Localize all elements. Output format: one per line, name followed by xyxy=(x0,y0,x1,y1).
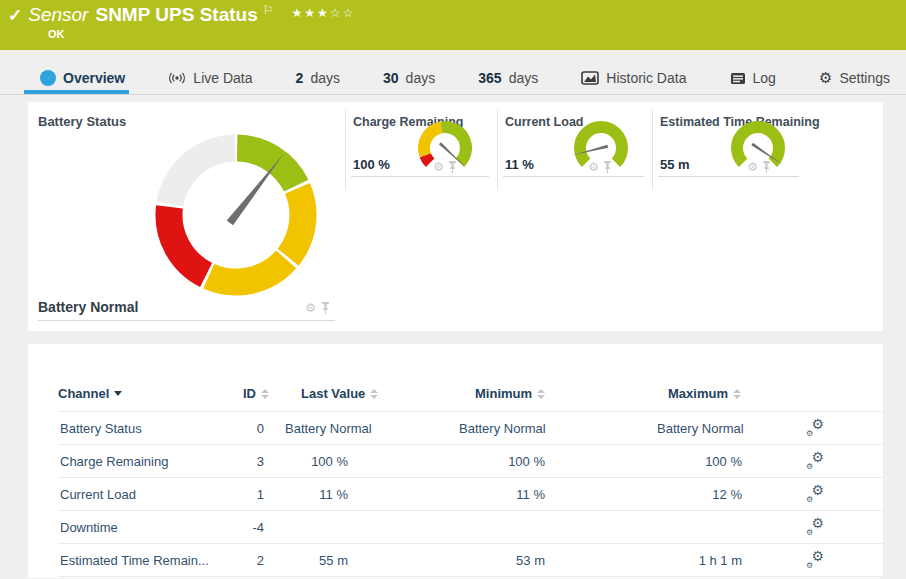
row-icon-cell: ⚙⚙ xyxy=(790,552,883,568)
row-icon-cell: ⚙⚙ xyxy=(790,420,883,436)
gear-icon[interactable]: ⚙ xyxy=(747,161,758,173)
tab-bar: Overview Live Data 2 days 30 days 365 da… xyxy=(0,62,906,95)
settings-gear-icon: ⚙ xyxy=(819,69,832,87)
sensor-name: SNMP UPS Status xyxy=(95,4,257,26)
pin-icon[interactable] xyxy=(603,161,612,173)
maximum-cell: 100 % xyxy=(657,454,790,469)
channel-settings-icon[interactable]: ⚙⚙ xyxy=(806,420,824,436)
tab-overview[interactable]: Overview xyxy=(40,62,125,94)
table-header-row: Channel ID Last Value Minimum Maximum xyxy=(58,376,883,412)
sort-icon xyxy=(537,389,545,399)
gauge-value: 55 m xyxy=(660,157,690,172)
battery-status-panel: Battery Status Battery Normal ⚙ xyxy=(28,102,345,331)
tab-number: 365 xyxy=(478,70,501,86)
gear-icon[interactable]: ⚙ xyxy=(305,302,316,314)
charge-remaining-panel: Charge Remaining 100 % ⚙ xyxy=(345,102,497,331)
estimated-time-panel: Estimated Time Remaining 55 m ⚙ xyxy=(652,102,807,331)
tab-number: 2 xyxy=(296,70,304,86)
channel-table-card: Channel ID Last Value Minimum Maximum Ba… xyxy=(28,344,883,578)
channel-id-cell: 3 xyxy=(238,454,283,469)
channel-name-cell[interactable]: Charge Remaining xyxy=(58,454,238,469)
sensor-header: ✓ Sensor SNMP UPS Status ⚐ ★★★☆☆ OK xyxy=(0,0,906,50)
tab-2-days[interactable]: 2 days xyxy=(296,62,340,94)
channel-settings-icon[interactable]: ⚙⚙ xyxy=(806,453,824,469)
gear-icon[interactable]: ⚙ xyxy=(433,161,444,173)
tab-settings[interactable]: ⚙ Settings xyxy=(819,62,890,94)
sort-icon xyxy=(733,389,741,399)
tab-30-days[interactable]: 30 days xyxy=(383,62,435,94)
tab-label: days xyxy=(509,70,539,86)
row-icon-cell: ⚙⚙ xyxy=(790,453,883,469)
overview-gauges-card: Battery Status Battery Normal ⚙ Charge R… xyxy=(28,102,883,331)
tab-label: days xyxy=(406,70,436,86)
pin-icon[interactable] xyxy=(762,161,771,173)
row-icon-cell: ⚙⚙ xyxy=(790,519,883,535)
table-row: Downtime-4⚙⚙ xyxy=(58,511,883,544)
tab-365-days[interactable]: 365 days xyxy=(478,62,538,94)
tab-log[interactable]: Log xyxy=(730,62,776,94)
minimum-cell: Battery Normal xyxy=(459,421,657,436)
sort-desc-icon xyxy=(114,391,122,396)
sort-icon xyxy=(261,389,269,399)
channel-settings-icon[interactable]: ⚙⚙ xyxy=(806,552,824,568)
pin-icon[interactable] xyxy=(448,161,457,173)
gauge-value: 11 % xyxy=(505,157,534,172)
current-load-panel: Current Load 11 % ⚙ xyxy=(497,102,652,331)
ok-check-icon: ✓ xyxy=(8,5,22,26)
channel-id-cell: 0 xyxy=(238,421,283,436)
tab-label: Live Data xyxy=(193,70,252,86)
tab-historic-data[interactable]: Historic Data xyxy=(581,62,686,94)
table-row: Charge Remaining3100 %100 %100 %⚙⚙ xyxy=(58,445,883,478)
tab-live-data[interactable]: Live Data xyxy=(168,62,252,94)
channel-id-cell: 2 xyxy=(238,553,283,568)
column-header-last-value[interactable]: Last Value xyxy=(283,386,459,401)
last-value-cell: 55 m xyxy=(283,553,459,568)
sensor-kind-label: Sensor xyxy=(28,4,88,26)
table-body: Battery Status0Battery NormalBattery Nor… xyxy=(28,412,883,577)
last-value-cell: 100 % xyxy=(283,454,459,469)
battery-status-value: Battery Normal xyxy=(38,299,138,315)
tab-label: Settings xyxy=(839,70,890,86)
gear-icon[interactable]: ⚙ xyxy=(588,161,599,173)
sort-icon xyxy=(370,389,378,399)
battery-status-gauge[interactable] xyxy=(150,129,322,301)
pin-icon[interactable] xyxy=(321,302,330,314)
tab-number: 30 xyxy=(383,70,399,86)
column-header-channel[interactable]: Channel xyxy=(58,386,238,401)
flag-icon[interactable]: ⚐ xyxy=(263,3,274,17)
channel-settings-icon[interactable]: ⚙⚙ xyxy=(806,519,824,535)
minimum-cell: 53 m xyxy=(459,553,657,568)
last-value-cell: Battery Normal xyxy=(283,421,459,436)
channel-name-cell[interactable]: Current Load xyxy=(58,487,238,502)
tab-label: days xyxy=(310,70,340,86)
table-row: Current Load111 %11 %12 %⚙⚙ xyxy=(58,478,883,511)
panel-footer-line xyxy=(503,176,644,177)
channel-name-cell[interactable]: Battery Status xyxy=(58,421,238,436)
channel-name-cell[interactable]: Estimated Time Remain... xyxy=(58,553,238,568)
panel-footer-line xyxy=(658,176,799,177)
last-value-cell: 11 % xyxy=(283,487,459,502)
panel-footer-line xyxy=(351,176,489,177)
tab-label: Historic Data xyxy=(606,70,686,86)
panel-title: Battery Status xyxy=(38,114,126,129)
minimum-cell: 100 % xyxy=(459,454,657,469)
live-data-icon xyxy=(168,71,186,85)
status-badge: OK xyxy=(48,28,65,40)
column-header-id[interactable]: ID xyxy=(238,386,283,401)
column-header-maximum[interactable]: Maximum xyxy=(657,386,790,401)
log-icon xyxy=(730,72,746,85)
channel-id-cell: 1 xyxy=(238,487,283,502)
gauges-card-filler xyxy=(807,102,883,331)
row-icon-cell: ⚙⚙ xyxy=(790,486,883,502)
table-row: Estimated Time Remain...255 m53 m1 h 1 m… xyxy=(58,544,883,577)
channel-settings-icon[interactable]: ⚙⚙ xyxy=(806,486,824,502)
priority-stars[interactable]: ★★★☆☆ xyxy=(291,6,355,20)
column-header-minimum[interactable]: Minimum xyxy=(459,386,657,401)
maximum-cell: 12 % xyxy=(657,487,790,502)
historic-chart-icon xyxy=(581,71,599,85)
channel-id-cell: -4 xyxy=(238,520,283,535)
table-row: Battery Status0Battery NormalBattery Nor… xyxy=(58,412,883,445)
maximum-cell: Battery Normal xyxy=(657,421,790,436)
tab-label: Log xyxy=(753,70,776,86)
channel-name-cell[interactable]: Downtime xyxy=(58,520,238,535)
